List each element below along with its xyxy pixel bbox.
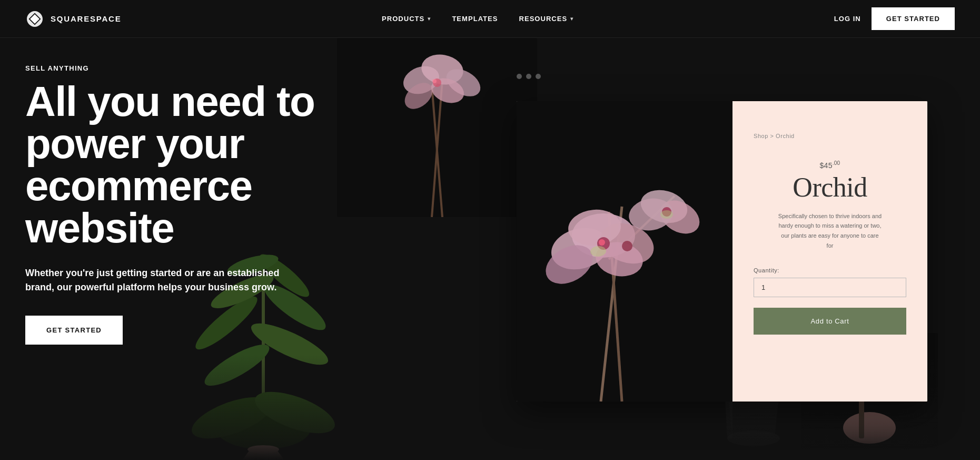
logo-text: SQUARESPACE [51,14,122,23]
hero-content: SELL ANYTHING All you need to power your… [25,64,341,345]
product-name: Orchid [793,172,867,203]
logo[interactable]: SQUARESPACE [25,9,122,28]
nav-item-resources[interactable]: RESOURCES ▾ [519,15,574,23]
nav-right: LOG IN GET STARTED [834,7,955,30]
product-description: Specifically chosen to thrive indoors an… [777,211,883,251]
browser-dots [517,74,541,79]
hero-subtext: Whether you're just getting started or a… [25,266,299,295]
login-link[interactable]: LOG IN [834,15,861,23]
svg-point-33 [622,241,632,251]
product-image [517,101,732,402]
hero-headline: All you need to power your ecommerce web… [25,81,341,249]
product-card: Shop > Orchid $45.00 Orchid Specifically… [517,101,927,402]
hero-cta-button[interactable]: GET STARTED [25,316,123,345]
navbar: SQUARESPACE PRODUCTS ▾ TEMPLATES RESOURC… [0,0,980,38]
hero-eyebrow: SELL ANYTHING [25,64,341,72]
chevron-down-icon: ▾ [428,16,431,22]
svg-point-39 [660,210,673,219]
hero-section: SELL ANYTHING All you need to power your… [0,38,980,460]
nav-center: PRODUCTS ▾ TEMPLATES RESOURCES ▾ [382,15,573,23]
dot-3 [536,74,541,79]
add-to-cart-button[interactable]: Add to Cart [754,308,906,335]
chevron-down-icon-2: ▾ [570,16,573,22]
dot-2 [526,74,531,79]
nav-item-products[interactable]: PRODUCTS ▾ [382,15,431,23]
quantity-input[interactable] [754,278,906,297]
quantity-label: Quantity: [754,267,779,273]
dot-1 [517,74,522,79]
nav-item-templates[interactable]: TEMPLATES [452,15,498,23]
svg-point-20 [432,79,437,83]
breadcrumb: Shop > Orchid [754,133,795,139]
product-price: $45.00 [820,160,840,170]
product-details-panel: Shop > Orchid $45.00 Orchid Specifically… [732,101,927,402]
svg-point-32 [599,239,605,246]
product-image-panel [517,101,732,402]
nav-get-started-button[interactable]: GET STARTED [872,7,955,30]
